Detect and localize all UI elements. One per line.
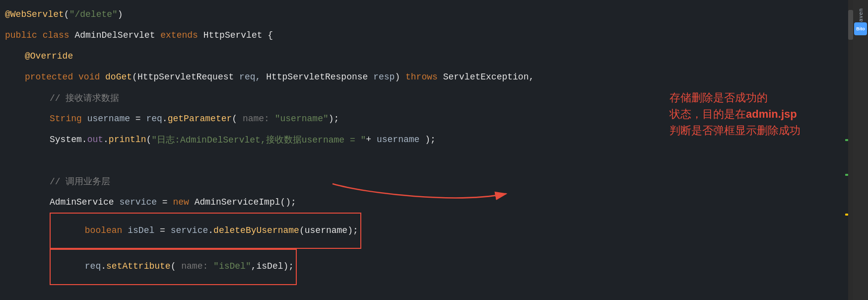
code-line-10: AdminService service = new AdminServiceI… (0, 192, 754, 213)
right-sidebar: Maven Bito (853, 0, 868, 300)
annotation-area: 存储删除是否成功的 状态，目的是在admin.jsp 判断是否弹框显示删除成功 (669, 89, 858, 139)
code-line-1: @WebServlet("/delete") (0, 4, 754, 25)
annotation-text: 存储删除是否成功的 状态，目的是在admin.jsp 判断是否弹框显示删除成功 (669, 89, 858, 139)
scrollbar-track (848, 0, 853, 300)
code-line-empty-1 (0, 150, 754, 171)
code-line-7: System.out.println("日志:AdminDelServlet,接… (0, 129, 754, 150)
highlight-box-1: boolean isDel = service.deleteByUsername… (50, 213, 361, 249)
annotation-webservlet: @WebServlet (5, 9, 64, 19)
code-line-3: @Override (0, 46, 754, 67)
code-line-11: boolean isDel = service.deleteByUsername… (0, 213, 754, 249)
scrollbar-thumb[interactable] (848, 10, 853, 40)
gutter-area (844, 0, 848, 300)
code-line-5: // 接收请求数据 (0, 87, 754, 108)
code-line-empty-2 (0, 285, 754, 300)
code-line-2: public class AdminDelServlet extends Htt… (0, 25, 754, 46)
code-line-9: // 调用业务层 (0, 171, 754, 192)
code-editor: @WebServlet("/delete") public class Admi… (0, 0, 754, 300)
code-line-6: String username = req.getParameter( name… (0, 108, 754, 129)
code-line-4: protected void doGet(HttpServletRequest … (0, 67, 754, 87)
code-line-12: req.setAttribute( name: "isDel",isDel); (0, 249, 754, 285)
highlight-box-2: req.setAttribute( name: "isDel",isDel); (50, 249, 297, 285)
bito-button[interactable]: Bito (854, 22, 867, 35)
